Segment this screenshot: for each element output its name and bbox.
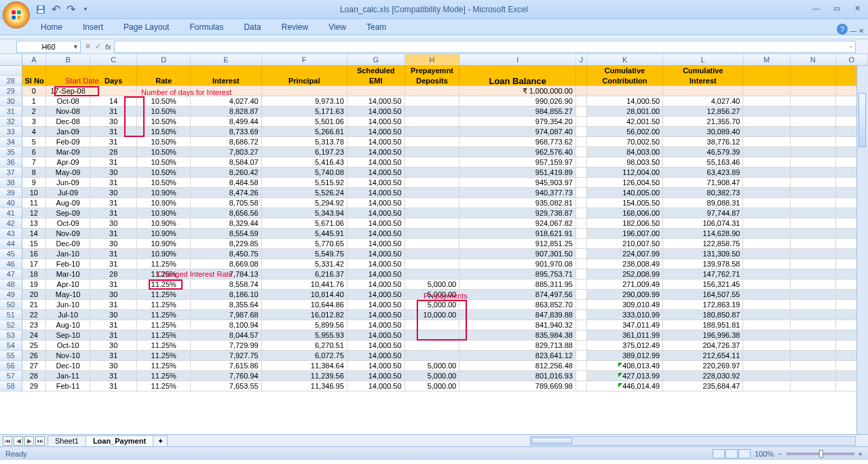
cell[interactable] [791,290,836,300]
cell[interactable]: 9,973.10 [262,96,347,107]
cell[interactable]: 131,309.50 [663,249,743,259]
cell[interactable] [576,198,587,208]
row-header[interactable]: 35 [0,147,22,157]
cell[interactable]: 847,839.88 [459,310,575,320]
cell[interactable] [791,371,836,381]
cell[interactable]: 918,621.91 [459,229,575,239]
cell[interactable]: 63,423.89 [663,168,743,178]
cell[interactable]: 164,507.55 [663,290,743,300]
cell[interactable] [405,198,460,208]
zoom-slider[interactable] [787,452,854,455]
cell[interactable]: 228,030.92 [663,371,743,381]
col-header-N[interactable]: N [791,54,836,65]
cell[interactable]: 10.50% [137,137,191,147]
cell[interactable]: 11.25% [137,269,191,279]
cell[interactable]: 31 [90,371,137,381]
sheet-nav-last[interactable]: ⏭ [35,436,45,446]
cell[interactable]: 962,576.40 [459,147,575,157]
cell[interactable] [405,341,460,351]
ribbon-minimize-icon[interactable]: — ✕ [850,27,864,35]
cell[interactable]: Apr-09 [46,157,90,168]
cell[interactable]: 5,000.00 [405,381,460,391]
cell[interactable]: 929,738.87 [459,208,575,218]
cell[interactable]: 10.50% [137,96,191,107]
cell[interactable]: 984,855.27 [459,107,575,117]
cell[interactable]: 14,000.50 [347,208,405,218]
cell[interactable] [791,279,836,290]
cell[interactable]: 11.25% [137,320,191,330]
cell[interactable]: 7 [22,157,47,168]
cell[interactable]: 14,000.50 [347,279,405,290]
cell[interactable]: Jul-10 [46,310,90,320]
cell[interactable]: 4,027.40 [191,96,262,107]
cell[interactable] [743,178,790,188]
cell[interactable]: 31 [90,157,137,168]
cell[interactable] [137,66,191,76]
cell[interactable]: 885,311.95 [459,279,575,290]
cell[interactable]: 188,951.81 [663,320,743,330]
cell[interactable]: 990,026.90 [459,96,575,107]
cell[interactable]: 15 [22,239,47,249]
row-header[interactable]: 53 [0,330,22,341]
cell[interactable] [791,330,836,341]
cell[interactable]: Jan-09 [46,127,90,137]
cell[interactable] [405,168,460,178]
cell[interactable] [743,127,790,137]
cell[interactable]: 14,000.50 [347,351,405,361]
cell[interactable]: 11,239.56 [262,371,347,381]
cell[interactable]: 31 [90,279,137,290]
cell[interactable] [576,218,587,229]
cell[interactable] [576,320,587,330]
cell[interactable] [405,127,460,137]
cell[interactable] [791,249,836,259]
cell[interactable] [405,249,460,259]
cell[interactable]: 7,653.55 [191,381,262,391]
cell[interactable]: 10.50% [137,157,191,168]
cell[interactable]: 8 [22,168,47,178]
cell[interactable]: Feb-10 [46,259,90,269]
cell[interactable]: Sep-09 [46,208,90,218]
cell[interactable] [743,198,790,208]
cell[interactable]: 5,266.81 [262,127,347,137]
cell[interactable]: 204,726.37 [663,341,743,351]
cell[interactable]: 10 [22,188,47,198]
cell[interactable]: 11.25% [137,381,191,391]
cell[interactable]: 14,000.50 [347,290,405,300]
cell[interactable] [791,351,836,361]
cell[interactable] [743,239,790,249]
cell[interactable]: 140,005.00 [587,188,663,198]
cell[interactable]: 6 [22,147,47,157]
cancel-formula-icon[interactable]: ✕ [85,42,91,51]
cell[interactable]: 835,984.38 [459,330,575,341]
cell[interactable]: Sep-10 [46,330,90,341]
cell[interactable]: 8,554.59 [191,229,262,239]
cell[interactable] [743,147,790,157]
cell[interactable]: 8,705.58 [191,198,262,208]
cell[interactable]: 252,008.99 [587,269,663,279]
cell[interactable] [791,229,836,239]
cell[interactable]: 11.25% [137,361,191,371]
cell[interactable]: Nov-08 [46,107,90,117]
cell[interactable] [405,107,460,117]
cell[interactable]: 70,002.50 [587,137,663,147]
cell[interactable] [576,310,587,320]
vertical-scrollbar[interactable] [856,66,868,434]
cell[interactable] [743,310,790,320]
cell[interactable]: 10.90% [137,239,191,249]
cell[interactable]: 863,852.70 [459,300,575,310]
cell[interactable]: 2 [22,107,47,117]
cell[interactable]: 147,762.71 [663,269,743,279]
row-header[interactable]: 32 [0,117,22,127]
tab-insert[interactable]: Insert [77,20,109,35]
cell[interactable]: 23 [22,320,47,330]
cell[interactable] [791,107,836,117]
cell[interactable]: 31 [90,351,137,361]
cell[interactable]: 14,000.50 [347,361,405,371]
cell[interactable]: 55,163.46 [663,157,743,168]
cell[interactable]: 168,006.00 [587,208,663,218]
cell[interactable]: 25 [22,341,47,351]
cell[interactable]: 8,329.44 [191,218,262,229]
cell[interactable]: 196,007.00 [587,229,663,239]
cell[interactable]: Dec-10 [46,361,90,371]
cell[interactable] [576,269,587,279]
